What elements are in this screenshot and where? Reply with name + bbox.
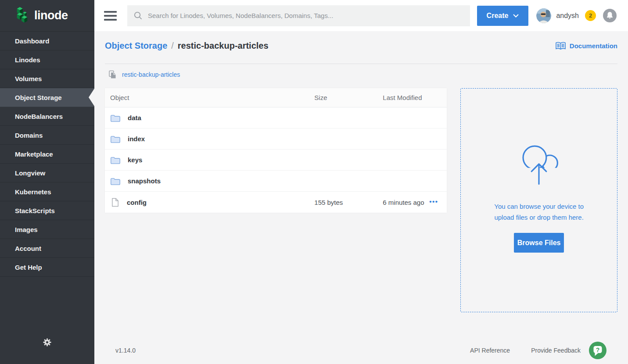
object-name[interactable]: config xyxy=(127,199,147,206)
logo-wordmark: linode xyxy=(34,9,68,22)
sidebar-item-label: Account xyxy=(15,245,41,252)
chevron-down-icon xyxy=(513,14,519,18)
object-name[interactable]: index xyxy=(128,135,145,143)
object-modified: 6 minutes ago xyxy=(383,199,429,206)
sidebar-item-label: Kubernetes xyxy=(15,188,51,196)
column-header-object[interactable]: Object xyxy=(105,94,314,101)
title-row: Object Storage / restic-backup-articles … xyxy=(105,41,617,51)
help-button[interactable]: ? xyxy=(589,341,607,360)
sidebar-item-label: NodeBalancers xyxy=(15,113,63,120)
folder-icon xyxy=(110,156,120,164)
sidebar-item-marketplace[interactable]: Marketplace xyxy=(0,145,94,164)
folder-icon xyxy=(110,135,120,143)
page-title: restic-backup-articles xyxy=(178,41,269,51)
svg-text:?: ? xyxy=(596,346,600,353)
sidebar-item-label: Longview xyxy=(15,169,45,177)
browse-files-button[interactable]: Browse Files xyxy=(514,233,564,253)
api-reference-link[interactable]: API Reference xyxy=(470,347,510,354)
upload-dropzone[interactable]: You can browse your device to upload fil… xyxy=(460,88,617,312)
notifications-button[interactable] xyxy=(603,9,617,22)
sidebar-item-label: StackScripts xyxy=(15,207,55,214)
linode-logo[interactable]: linode xyxy=(0,0,94,31)
help-question-icon: ? xyxy=(589,341,607,360)
search-input[interactable] xyxy=(148,12,464,19)
user-menu[interactable]: andysh xyxy=(556,12,579,20)
sidebar-item-label: Images xyxy=(15,226,38,233)
top-header: Create andysh 2 xyxy=(94,0,628,31)
table-row-file-config[interactable]: config 155 bytes 6 minutes ago ••• xyxy=(105,192,447,213)
copy-path-icon[interactable] xyxy=(108,70,116,79)
more-options-icon[interactable]: ••• xyxy=(429,198,438,207)
table-row-folder-keys[interactable]: keys xyxy=(105,150,447,171)
table-row-folder-data[interactable]: data xyxy=(105,107,447,128)
content-row: Object Size Last Modified data xyxy=(105,88,617,312)
breadcrumb: Object Storage / restic-backup-articles xyxy=(105,41,269,51)
sidebar: linode Dashboard Linodes Volumes Object … xyxy=(0,0,94,364)
breadcrumb-separator: / xyxy=(171,41,174,51)
create-button-label: Create xyxy=(487,12,509,20)
footer-links: API Reference Provide Feedback ? xyxy=(449,341,607,360)
sidebar-item-stackscripts[interactable]: StackScripts xyxy=(0,201,94,220)
bucket-breadcrumb: restic-backup-articles xyxy=(105,70,617,79)
sidebar-item-images[interactable]: Images xyxy=(0,220,94,239)
documentation-link[interactable]: Documentation xyxy=(555,42,617,50)
table-header-row: Object Size Last Modified xyxy=(105,88,447,107)
search-icon xyxy=(133,11,143,20)
sidebar-item-longview[interactable]: Longview xyxy=(0,164,94,182)
sidebar-item-domains[interactable]: Domains xyxy=(0,126,94,145)
sidebar-item-get-help[interactable]: Get Help xyxy=(0,258,94,277)
upload-instructions: You can browse your device to upload fil… xyxy=(492,201,585,223)
cloud-upload-icon xyxy=(516,138,562,187)
object-name[interactable]: keys xyxy=(128,156,142,164)
hamburger-icon xyxy=(104,11,117,13)
main-area: Create andysh 2 xyxy=(94,0,628,364)
sidebar-item-dashboard[interactable]: Dashboard xyxy=(0,32,94,50)
sidebar-nav: Dashboard Linodes Volumes Object Storage… xyxy=(0,31,94,277)
sidebar-item-label: Get Help xyxy=(15,264,42,271)
global-search[interactable] xyxy=(127,5,470,26)
sidebar-item-label: Linodes xyxy=(15,56,40,64)
linode-cubes-icon xyxy=(14,6,29,25)
object-table: Object Size Last Modified data xyxy=(105,88,447,213)
table-row-folder-index[interactable]: index xyxy=(105,128,447,150)
page-content: Object Storage / restic-backup-articles … xyxy=(94,31,628,364)
bucket-root-link[interactable]: restic-backup-articles xyxy=(122,71,180,78)
sidebar-item-nodebalancers[interactable]: NodeBalancers xyxy=(0,107,94,126)
object-name[interactable]: snapshots xyxy=(128,177,161,185)
sidebar-item-label: Volumes xyxy=(15,75,42,82)
sidebar-item-label: Dashboard xyxy=(15,37,49,45)
table-row-folder-snapshots[interactable]: snapshots xyxy=(105,171,447,192)
documentation-label: Documentation xyxy=(570,42,617,50)
object-size: 155 bytes xyxy=(314,199,383,206)
sidebar-item-linodes[interactable]: Linodes xyxy=(0,50,94,69)
book-icon xyxy=(555,42,566,50)
sidebar-item-label: Object Storage xyxy=(15,94,62,101)
sidebar-item-volumes[interactable]: Volumes xyxy=(0,69,94,88)
sidebar-item-label: Domains xyxy=(15,132,43,139)
folder-icon xyxy=(110,114,120,122)
object-name[interactable]: data xyxy=(128,114,141,121)
breadcrumb-object-storage-link[interactable]: Object Storage xyxy=(105,41,167,51)
gear-icon xyxy=(42,337,52,349)
column-header-size[interactable]: Size xyxy=(314,94,383,101)
sidebar-item-kubernetes[interactable]: Kubernetes xyxy=(0,182,94,201)
sidebar-item-label: Marketplace xyxy=(15,150,53,158)
folder-icon xyxy=(110,177,120,185)
bell-icon xyxy=(603,9,617,22)
page-footer: v1.14.0 API Reference Provide Feedback ? xyxy=(105,337,617,364)
notification-count-badge[interactable]: 2 xyxy=(585,10,596,21)
provide-feedback-link[interactable]: Provide Feedback xyxy=(531,347,581,354)
avatar[interactable] xyxy=(536,8,551,23)
version-link[interactable]: v1.14.0 xyxy=(115,347,136,354)
sidebar-item-account[interactable]: Account xyxy=(0,239,94,258)
section-divider xyxy=(105,64,617,64)
column-header-last-modified[interactable]: Last Modified xyxy=(383,94,429,101)
file-icon xyxy=(111,198,119,207)
menu-toggle-button[interactable] xyxy=(104,11,117,21)
sidebar-item-object-storage[interactable]: Object Storage xyxy=(0,88,94,107)
create-button[interactable]: Create xyxy=(477,6,529,26)
theme-settings-button[interactable] xyxy=(0,337,94,349)
